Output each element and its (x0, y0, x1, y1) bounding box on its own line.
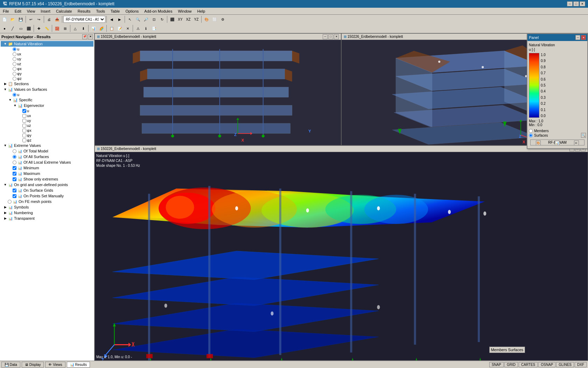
tb-prev[interactable]: ◀ (108, 15, 115, 23)
menu-insert[interactable]: Insert (38, 8, 53, 14)
tree-uy[interactable]: uy (1, 56, 93, 61)
tree-eig-ux[interactable]: ux (1, 113, 93, 118)
menu-options[interactable]: Options (122, 8, 141, 14)
tb2-line[interactable]: ╱ (9, 25, 16, 32)
cb-eig-uy[interactable] (22, 119, 26, 123)
tree-fe-mesh-pts[interactable]: 📊 On FE mesh points (1, 199, 93, 204)
cartes-btn[interactable]: CARTES (519, 362, 538, 367)
tree-u2[interactable]: u (1, 92, 93, 97)
tree-eig-uy[interactable]: uy (1, 118, 93, 123)
menu-file[interactable]: File (0, 8, 12, 14)
close-btn[interactable]: ✕ (580, 1, 585, 6)
tb-new[interactable]: 📄 (1, 15, 8, 23)
expand-natural-vibration[interactable]: ▼ (3, 42, 8, 46)
expand-numbering[interactable]: ▶ (3, 211, 8, 214)
panel-table-icon[interactable]: 📊 (555, 141, 560, 145)
tree-symbols[interactable]: ▶ 📊 Symbols (1, 204, 93, 210)
glines-btn[interactable]: GLINES (556, 362, 574, 367)
expand-values-surfaces[interactable]: ▼ (3, 88, 8, 91)
vp-tl-close[interactable]: ✕ (334, 34, 339, 39)
tb-undo[interactable]: ↩ (27, 15, 35, 23)
tb2-result-diag[interactable]: 📊 (90, 25, 97, 32)
menu-results[interactable]: Results (75, 8, 93, 14)
tb-rotate[interactable]: ↻ (158, 15, 166, 23)
cb-eig-phiy[interactable] (22, 134, 26, 137)
tb-zoom-in[interactable]: 🔍 (134, 15, 142, 23)
menu-tools[interactable]: Tools (93, 8, 108, 14)
dxf-btn[interactable]: DXF (575, 362, 587, 367)
status-tab-views[interactable]: 👁 Views (45, 362, 65, 368)
tree-surface-grids[interactable]: 📊 On Surface Grids (1, 188, 93, 193)
tree-local-extreme[interactable]: 📊 Of All Local Extreme Values (1, 159, 93, 165)
tree-numbering[interactable]: ▶ 📊 Numbering (1, 210, 93, 216)
cb-eig-phiz[interactable] (22, 138, 26, 142)
expand-grid-user[interactable]: ▼ (3, 183, 8, 186)
cb-points-set-manually[interactable] (13, 194, 16, 198)
tb-view-xy[interactable]: XY (176, 15, 184, 23)
expand-transparent[interactable]: ▶ (3, 217, 8, 220)
expand-extreme[interactable]: ▼ (3, 144, 8, 147)
tb-zoom-out[interactable]: 🔎 (142, 15, 150, 23)
panel-min-btn[interactable]: ─ (575, 35, 580, 40)
tb2-cross[interactable]: ✕ (124, 25, 132, 32)
tb-open[interactable]: 📂 (9, 15, 16, 23)
tree-values-surfaces[interactable]: ▼ 📊 Values on Surfaces (1, 87, 93, 92)
expand-specific[interactable]: ▼ (8, 98, 13, 102)
radio-all-surfaces[interactable] (13, 155, 16, 159)
panel-color-icon[interactable]: 🎨 (536, 141, 541, 145)
cb-surface-grids[interactable] (13, 189, 16, 192)
tree-specific[interactable]: ▼ 📊 Specific (1, 97, 93, 103)
tree-show-only-extremes[interactable]: 📊 Show only extremes (1, 176, 93, 182)
radio-phix[interactable] (13, 67, 16, 71)
panel-edit-icon[interactable]: ✏ (574, 141, 579, 145)
tree-eig-phix[interactable]: φx (1, 128, 93, 133)
radio-u2[interactable] (13, 93, 16, 97)
tb-next[interactable]: ▶ (116, 15, 124, 23)
tb2-section[interactable]: ⊞ (61, 25, 69, 32)
tree-maximum[interactable]: 📊 Maximum (1, 171, 93, 176)
radio-fe-mesh-pts[interactable] (8, 200, 12, 204)
tb-wire[interactable]: ⬜ (211, 15, 218, 23)
tb2-node[interactable]: ● (1, 25, 8, 32)
cb-maximum[interactable] (13, 172, 16, 176)
cb-eig-u[interactable] (22, 109, 26, 113)
osnap-btn[interactable]: OSNAP (538, 362, 555, 367)
panel-close-btn[interactable]: ✕ (581, 35, 586, 40)
tree-u[interactable]: u (1, 47, 93, 52)
tree-minimum[interactable]: 📊 Minimum (1, 165, 93, 171)
radio-total-model[interactable] (13, 149, 16, 153)
panel-close-btn[interactable]: ✕ (88, 34, 93, 39)
tb-redo[interactable]: ↪ (35, 15, 43, 23)
menu-help[interactable]: Help (195, 8, 208, 14)
tree-natural-vibration[interactable]: ▼ 📁 Natural Vibration (1, 41, 93, 47)
tb2-info[interactable]: ℹ (142, 25, 150, 32)
vp-tl-min[interactable]: ─ (323, 34, 328, 39)
tb-view-xz[interactable]: XZ (184, 15, 192, 23)
menu-window[interactable]: Window (175, 8, 194, 14)
tree-ux[interactable]: ux (1, 52, 93, 56)
status-tab-results[interactable]: 📊 Results (67, 362, 90, 368)
tb2-annotation[interactable]: 📝 (116, 25, 124, 32)
radio-members[interactable] (529, 129, 533, 133)
panel-zoom-btn[interactable]: 🔍 (581, 133, 586, 138)
tb-fit[interactable]: ⊡ (150, 15, 158, 23)
tb-view-3d[interactable]: ⬛ (168, 15, 176, 23)
status-tab-display[interactable]: 🖥 Display (22, 362, 44, 368)
grid-btn[interactable]: GRID (504, 362, 518, 367)
radio-phiz[interactable] (13, 77, 16, 81)
tree-eig-phiz[interactable]: φz (1, 138, 93, 143)
tb2-solid[interactable]: ⬛ (25, 25, 33, 32)
cb-eig-ux[interactable] (22, 114, 26, 118)
tree-total-model[interactable]: 📊 Of Total Model (1, 148, 93, 154)
radio-local-extreme[interactable] (13, 161, 16, 164)
vp-tl-max[interactable]: □ (328, 34, 333, 39)
tree-eig-phiy[interactable]: φy (1, 133, 93, 138)
tb2-snap[interactable]: ✚ (35, 25, 43, 32)
menu-table[interactable]: Table (108, 8, 122, 14)
menu-edit[interactable]: Edit (12, 8, 24, 14)
tb-select[interactable]: ↖ (126, 15, 134, 23)
expand-sections[interactable]: ▶ (3, 82, 8, 86)
tb2-panel[interactable]: 📋 (108, 25, 115, 32)
tree-points-set-manually[interactable]: 📊 On Points Set Manually (1, 193, 93, 199)
tb-view-yz[interactable]: YZ (192, 15, 200, 23)
